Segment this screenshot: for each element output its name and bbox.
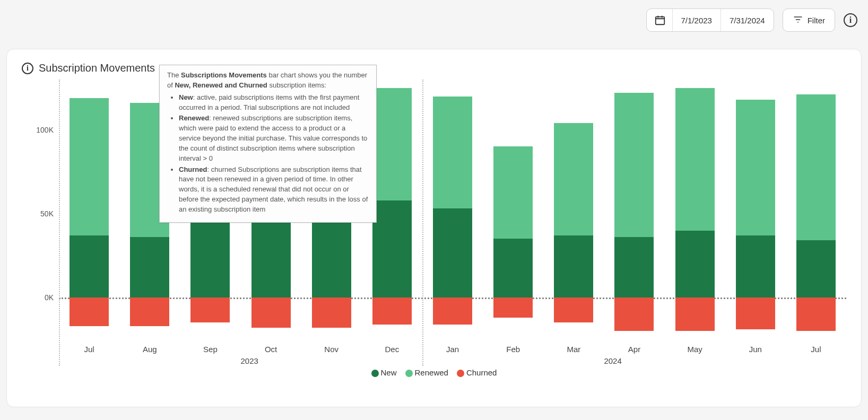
x-tick-label: Aug [119, 345, 180, 354]
bar-segment-new [372, 200, 412, 298]
filter-button[interactable]: Filter [783, 8, 835, 32]
x-tick-label: Apr [604, 345, 664, 354]
bar-column[interactable] [725, 80, 786, 339]
card-title: Subscription Movements [39, 62, 155, 74]
x-tick-label: Feb [483, 345, 543, 354]
bar-column[interactable] [665, 80, 725, 339]
bar-segment-new [433, 208, 472, 298]
bar-segment-new [614, 237, 654, 298]
bar-segment-churned [130, 298, 169, 326]
bar-segment-churned [675, 298, 715, 331]
legend-swatch-new [371, 370, 379, 377]
chart-legend: New Renewed Churned [22, 368, 846, 377]
bar-column[interactable] [543, 80, 604, 339]
bar-segment-renewed [736, 100, 775, 235]
card-info-icon[interactable]: i [22, 63, 33, 74]
bar-column[interactable] [483, 80, 543, 339]
bar-segment-renewed [796, 94, 836, 240]
bar-segment-renewed [554, 123, 593, 235]
legend-item-churned[interactable]: Churned [457, 368, 497, 377]
y-tick-label: 100K [36, 126, 54, 134]
bar-segment-new [675, 231, 715, 298]
x-tick-label: May [665, 345, 725, 354]
y-tick-label: 0K [45, 293, 54, 302]
bar-segment-new [736, 235, 775, 298]
year-label: 2024 [604, 356, 621, 365]
bar-segment-new [493, 239, 533, 298]
svg-rect-0 [655, 17, 664, 25]
bar-segment-churned [190, 298, 230, 322]
bar-segment-churned [251, 298, 291, 328]
bar-segment-churned [372, 298, 412, 325]
legend-item-renewed[interactable]: Renewed [405, 368, 448, 377]
year-label: 2023 [240, 356, 258, 365]
filter-icon [793, 14, 803, 27]
legend-item-new[interactable]: New [371, 368, 397, 377]
bar-segment-renewed [493, 146, 533, 239]
bar-segment-new [70, 235, 109, 298]
card-info-tooltip: The Subscriptions Movements bar chart sh… [159, 65, 377, 223]
x-tick-label: Mar [543, 345, 604, 354]
calendar-icon [647, 14, 672, 26]
date-from[interactable]: 7/1/2023 [672, 9, 721, 31]
x-tick-label: Jul [59, 345, 119, 354]
subscription-movements-card: i Subscription Movements 0K50K100K JulAu… [6, 49, 862, 407]
bar-segment-churned [70, 298, 109, 326]
bar-segment-new [796, 240, 836, 297]
x-tick-label: Nov [301, 345, 362, 354]
x-tick-label: Oct [240, 345, 301, 354]
bar-segment-renewed [70, 98, 109, 235]
bar-column[interactable] [786, 80, 846, 339]
y-tick-label: 50K [40, 209, 54, 218]
chart-area: 0K50K100K JulAugSepOctNovDecJanFebMarApr… [22, 80, 846, 366]
x-tick-label: Jul [786, 345, 846, 354]
legend-swatch-churned [457, 370, 464, 377]
x-tick-label: Dec [362, 345, 422, 354]
bar-segment-churned [736, 298, 775, 329]
bar-segment-renewed [675, 88, 715, 231]
date-to[interactable]: 7/31/2024 [721, 9, 774, 31]
bar-segment-renewed [433, 97, 472, 209]
bar-segment-renewed [614, 93, 654, 237]
bar-segment-new [554, 235, 593, 298]
bar-segment-churned [433, 298, 472, 325]
bar-segment-renewed [372, 88, 412, 200]
bar-column[interactable] [59, 80, 119, 339]
x-tick-label: Sep [180, 345, 240, 354]
date-range-picker[interactable]: 7/1/2023 7/31/2024 [646, 8, 774, 32]
bar-segment-churned [796, 298, 836, 331]
legend-swatch-renewed [405, 370, 413, 377]
bar-segment-churned [554, 298, 593, 322]
bar-column[interactable] [422, 80, 483, 339]
bar-column[interactable] [604, 80, 664, 339]
bar-segment-new [130, 237, 169, 298]
bar-segment-churned [312, 298, 351, 328]
bar-segment-churned [614, 298, 654, 331]
year-separator [422, 80, 423, 366]
filter-button-label: Filter [808, 16, 825, 25]
year-separator [59, 80, 60, 366]
x-tick-label: Jan [422, 345, 483, 354]
bar-segment-new [190, 222, 230, 298]
bar-segment-churned [493, 298, 533, 318]
x-tick-label: Jun [725, 345, 786, 354]
page-info-icon[interactable]: i [844, 13, 857, 27]
